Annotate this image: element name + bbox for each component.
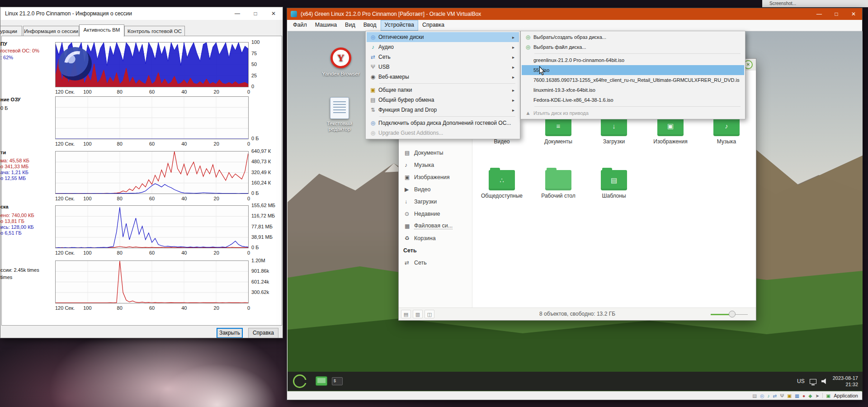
network-icon: ⇄: [368, 54, 378, 60]
minimize-button[interactable]: —: [228, 7, 246, 20]
devices-menu-item-network[interactable]: ⇄Сеть▸: [367, 52, 519, 62]
x-axis-label: 20: [214, 89, 219, 95]
documents-icon: ▤: [405, 150, 414, 156]
exits-chart-x-axis: 120 Сек.100806040200: [55, 305, 249, 312]
usb-icon[interactable]: Ψ: [780, 392, 784, 399]
tab-configuration[interactable]: фигурации: [0, 26, 22, 36]
taskbar-file-manager-button[interactable]: [316, 376, 327, 386]
hard-disk-icon[interactable]: ▤: [752, 392, 757, 399]
tab-session-information[interactable]: Информация о сессии: [23, 26, 79, 36]
sidebar-item-network[interactable]: ⇄Сеть: [399, 256, 472, 269]
menubar-item-file[interactable]: Файл: [289, 20, 311, 31]
music-icon: ♪: [405, 162, 414, 168]
sidebar-item-downloads[interactable]: ↓Загрузки: [399, 195, 472, 208]
optical-submenu-item-iso-linuxmint[interactable]: linuxmint-19.3-xfce-64bit.iso: [522, 85, 744, 95]
optical-submenu-item-iso-fedora[interactable]: Fedora-KDE-Live-x86_64-38-1.6.iso: [522, 95, 744, 105]
optical-submenu-item-choose-disk-file[interactable]: ◎Выбрать файл диска...: [522, 42, 744, 52]
features-icon[interactable]: ◆: [808, 392, 812, 399]
treeview-toggle-icon[interactable]: ▥: [413, 310, 423, 318]
submenu-arrow-icon: ▸: [512, 75, 514, 80]
keyboard-layout-indicator[interactable]: US: [797, 378, 805, 384]
devices-menu-item-clipboard[interactable]: ▤Общий буфер обмена▸: [367, 95, 519, 105]
optical-submenu-item-iso-win7[interactable]: 7600.16385.090713-1255_x64fre_client_ru-…: [522, 75, 744, 85]
menu-item-label: 7600.16385.090713-1255_x64fre_client_ru-…: [533, 77, 740, 83]
desktop-icon-text-editor[interactable]: Текстовый редактор: [318, 97, 361, 132]
disk-section-heading: ска: [0, 204, 9, 209]
sidebar-item-trash[interactable]: ♻Корзина: [399, 232, 472, 244]
virtualbox-titlebar[interactable]: (x64) Green Linux 21.2.0 Pro Cinnamon [Р…: [287, 8, 862, 20]
sidebar-item-filesystem[interactable]: ▦Файловая си...: [399, 220, 472, 232]
show-hidden-icon[interactable]: ◫: [425, 310, 434, 318]
x-axis-label: 20: [214, 141, 219, 147]
x-axis-label: 0: [247, 89, 250, 95]
virtualbox-window: (x64) Green Linux 21.2.0 Pro Cinnamon [Р…: [287, 8, 863, 400]
folder-downloads[interactable]: ↓Загрузки: [589, 116, 639, 145]
sidebar-item-pictures[interactable]: ▣Изображения: [399, 171, 472, 183]
shared-folders-icon[interactable]: ▣: [787, 392, 792, 399]
devices-menu-item-audio[interactable]: ♪Аудио▸: [367, 42, 519, 52]
devices-menu-item-usb[interactable]: ΨUSB▸: [367, 62, 519, 72]
folder-desktop[interactable]: Рабочий стол: [533, 170, 583, 199]
sidebar-item-documents[interactable]: ▤Документы: [399, 147, 472, 159]
mouse-integration-icon[interactable]: ➤: [815, 392, 819, 399]
tab-guest-os-control[interactable]: Контроль гостевой ОС: [124, 26, 185, 36]
optical-submenu-item-iso-greenlinux[interactable]: greenlinux-21.2.0 Pro-cinnamon-64bit.iso: [522, 55, 744, 65]
volume-icon[interactable]: [821, 379, 828, 384]
close-dialog-button[interactable]: Закрыть: [217, 328, 243, 338]
devices-menu-item-optical-disks[interactable]: ◎Оптические диски▸: [367, 32, 519, 42]
devices-menu-item-insert-guest-additions[interactable]: ◎Подключить образ диска Дополнений госте…: [367, 118, 519, 128]
submenu-arrow-icon: ▸: [512, 55, 514, 60]
menubar-item-machine[interactable]: Машина: [311, 20, 341, 31]
cinnamon-menu-button[interactable]: [293, 374, 307, 388]
close-button[interactable]: ✕: [264, 7, 283, 20]
sidebar-item-video[interactable]: ▶Видео: [399, 183, 472, 195]
clock[interactable]: 2023-08-17 21:32: [833, 375, 858, 388]
network-tray-icon[interactable]: [810, 379, 816, 384]
folder-documents[interactable]: ≡Документы: [533, 116, 583, 145]
folder-pictures[interactable]: ▣Изображения: [646, 116, 695, 145]
virtualbox-statusbar: ▤◎♪⇄Ψ▣▦●◆➤ ▣ Application: [288, 391, 862, 399]
sidebar-item-music[interactable]: ♪Музыка: [399, 159, 472, 171]
taskbar-terminal-button[interactable]: $: [332, 377, 343, 385]
downloads-icon: ↓: [405, 199, 414, 205]
host-background-window[interactable]: Screenshot...: [762, 0, 868, 7]
tab-vm-activity[interactable]: Активность ВМ: [79, 24, 124, 37]
devices-menu-item-webcams[interactable]: ◉Веб-камеры▸: [367, 72, 519, 82]
cpu-chart-y-axis: 1007550250: [251, 42, 283, 87]
optical-submenu-item-choose-create-disk[interactable]: ◎Выбрать/создать образ диска...: [522, 32, 744, 42]
audio-icon[interactable]: ♪: [767, 392, 769, 399]
help-button[interactable]: Справка: [248, 328, 278, 338]
network-icon[interactable]: ⇄: [773, 392, 777, 399]
menubar-item-devices[interactable]: Устройства: [381, 20, 418, 31]
maximize-button[interactable]: □: [828, 8, 845, 20]
y-axis-label: 100: [251, 39, 259, 45]
folder-music[interactable]: ♪Музыка: [702, 116, 751, 145]
maximize-button[interactable]: □: [246, 7, 264, 20]
sidebar-item-label: Загрузки: [414, 199, 437, 205]
folder-templates[interactable]: ▤Шаблоны: [589, 170, 639, 199]
submenu-arrow-icon: ▸: [512, 88, 514, 93]
optical-disk-icon[interactable]: ◎: [760, 392, 764, 399]
menubar-item-help[interactable]: Справка: [418, 20, 448, 31]
minimize-button[interactable]: —: [811, 8, 828, 20]
display-icon[interactable]: ▦: [795, 392, 799, 399]
devices-menu-item-shared-folders[interactable]: ▣Общие папки▸: [367, 85, 519, 95]
session-titlebar[interactable]: Linux 21.2.0 Pro Cinnamon - Информация о…: [0, 7, 283, 20]
zoom-slider-handle[interactable]: [729, 311, 736, 317]
menu-item-label: greenlinux-21.2.0 Pro-cinnamon-64bit.iso: [533, 57, 740, 63]
sidebar-item-recent[interactable]: ⊙Недавние: [399, 208, 472, 220]
eject-disk-icon: ▲: [523, 110, 533, 116]
desktop-icon-yandex-browser[interactable]: Y Yandex Browser: [319, 47, 363, 76]
desktop-icon-label: Yandex Browser: [322, 71, 360, 76]
y-axis-label: 25: [251, 73, 257, 78]
recording-icon[interactable]: ●: [802, 392, 805, 399]
places-toggle-icon[interactable]: ▤: [401, 310, 411, 318]
devices-menu-item-drag-drop[interactable]: ⇅Функция Drag and Drop▸: [367, 105, 519, 115]
y-axis-label: 0: [251, 84, 254, 89]
menubar-item-input[interactable]: Ввод: [359, 20, 381, 31]
optical-submenu-item-iso-555[interactable]: 555.iso: [522, 65, 744, 75]
menubar-item-view[interactable]: Вид: [341, 20, 359, 31]
folder-public[interactable]: ∴Общедоступные: [477, 170, 527, 199]
close-button[interactable]: ✕: [845, 8, 862, 20]
drag-drop-icon: ⇅: [368, 107, 378, 113]
